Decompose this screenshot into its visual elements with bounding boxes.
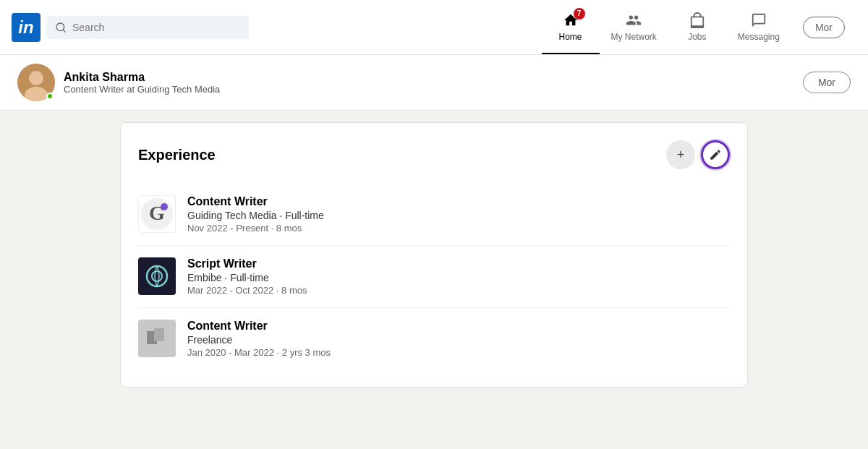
- experience-item: G Content Writer Guiding Tech Media · Fu…: [138, 184, 730, 246]
- linkedin-logo[interactable]: in: [12, 13, 41, 42]
- search-bar[interactable]: [46, 16, 249, 39]
- profile-name: Ankita Sharma: [64, 71, 794, 84]
- nav-more[interactable]: Mor: [791, 17, 856, 38]
- job-company: Embibe · Full-time: [187, 272, 730, 283]
- main-content: Experience + G Content Writer: [109, 122, 760, 388]
- jobs-icon: [689, 12, 706, 29]
- experience-item: Content Writer Freelance Jan 2020 - Mar …: [138, 308, 730, 369]
- company-logo: [138, 257, 176, 295]
- svg-point-3: [29, 71, 43, 85]
- job-duration: Mar 2022 - Oct 2022 · 8 mos: [187, 285, 730, 296]
- job-title: Content Writer: [187, 195, 730, 208]
- experience-section-title: Experience: [138, 147, 216, 163]
- nav-item-messaging[interactable]: Messaging: [726, 0, 791, 54]
- navbar: in 7 Home My Network Jobs: [0, 0, 868, 55]
- search-icon: [55, 22, 67, 33]
- nav-items: 7 Home My Network Jobs Messaging: [542, 0, 791, 54]
- job-details: Script Writer Embibe · Full-time Mar 202…: [187, 257, 730, 296]
- profile-more-button[interactable]: Mor: [803, 72, 851, 93]
- job-title: Content Writer: [187, 320, 730, 333]
- job-company: Guiding Tech Media · Full-time: [187, 210, 730, 221]
- company-logo: [138, 320, 176, 357]
- messaging-icon: [750, 12, 767, 29]
- nav-jobs-label: Jobs: [688, 32, 706, 42]
- search-input[interactable]: [72, 22, 240, 33]
- profile-title: Content Writer at Guiding Tech Media: [64, 84, 794, 95]
- experience-actions: +: [666, 140, 730, 169]
- add-experience-button[interactable]: +: [666, 140, 695, 169]
- edit-experience-button[interactable]: [701, 140, 730, 169]
- profile-info: Ankita Sharma Content Writer at Guiding …: [64, 71, 794, 95]
- job-duration: Jan 2020 - Mar 2022 · 2 yrs 3 mos: [187, 347, 730, 358]
- home-icon: 7: [562, 12, 579, 29]
- profile-bar: Ankita Sharma Content Writer at Guiding …: [0, 55, 868, 111]
- avatar-wrap: [17, 64, 55, 101]
- nav-item-home[interactable]: 7 Home: [542, 0, 600, 54]
- experience-item: Script Writer Embibe · Full-time Mar 202…: [138, 246, 730, 308]
- nav-network-label: My Network: [611, 32, 657, 42]
- svg-point-7: [161, 203, 168, 210]
- job-duration: Nov 2022 - Present · 8 mos: [187, 223, 730, 234]
- nav-messaging-label: Messaging: [738, 32, 780, 42]
- job-company: Freelance: [187, 334, 730, 346]
- svg-rect-13: [154, 328, 164, 341]
- more-button[interactable]: Mor: [803, 17, 845, 38]
- svg-line-1: [63, 30, 65, 32]
- svg-rect-8: [141, 260, 173, 292]
- home-badge: 7: [574, 8, 585, 20]
- network-icon: [625, 12, 642, 29]
- plus-icon: +: [677, 147, 685, 163]
- job-details: Content Writer Guiding Tech Media · Full…: [187, 195, 730, 234]
- experience-header: Experience +: [138, 140, 730, 169]
- job-title: Script Writer: [187, 257, 730, 270]
- job-details: Content Writer Freelance Jan 2020 - Mar …: [187, 320, 730, 358]
- linkedin-logo-text: in: [18, 19, 33, 36]
- experience-card: Experience + G Content Writer: [120, 122, 748, 388]
- company-logo: G: [138, 195, 176, 233]
- nav-item-network[interactable]: My Network: [600, 0, 668, 54]
- experience-list: G Content Writer Guiding Tech Media · Fu…: [138, 184, 730, 369]
- nav-item-jobs[interactable]: Jobs: [668, 0, 726, 54]
- nav-home-label: Home: [558, 32, 582, 42]
- avatar-online-indicator: [46, 93, 54, 100]
- edit-icon: [709, 148, 722, 161]
